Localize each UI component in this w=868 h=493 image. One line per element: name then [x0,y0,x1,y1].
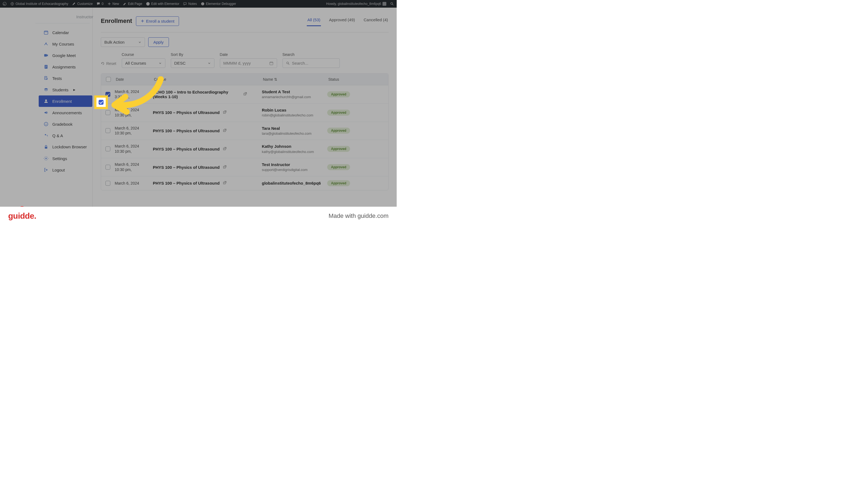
row-checkbox[interactable] [106,165,110,170]
svg-point-2 [146,2,150,6]
site-name[interactable]: Global Institute of Echocardiography [10,2,68,6]
search-icon[interactable] [390,2,394,6]
customize-link[interactable]: Customize [72,2,93,6]
sidebar-item-label: Google Meet [52,53,76,58]
apply-button[interactable]: Apply [148,37,169,47]
sidebar-item-label: Settings [52,156,67,161]
sidebar-item-announcements[interactable]: Announcements [39,107,92,119]
external-link-icon[interactable] [223,128,227,133]
cell-status: Approved [327,128,357,134]
sidebar-item-assignments[interactable]: Assignments [39,61,92,72]
sidebar-item-calendar[interactable]: Calendar [39,27,92,38]
svg-text:?: ? [47,135,48,137]
brand-logo: guidde. [8,211,36,220]
sidebar-item-students[interactable]: Students ▸ [39,84,92,95]
sidebar-item-logout[interactable]: Logout [39,164,92,176]
row-checkbox-highlighted[interactable] [99,100,104,105]
external-link-icon[interactable] [223,110,227,115]
external-link-icon[interactable] [223,165,227,170]
enroll-student-button[interactable]: Enroll a student [136,16,179,26]
edit-elementor-link[interactable]: Edit with Elementor [146,2,179,6]
sidebar-item-gradebook[interactable]: A Gradebook [39,119,92,130]
sidebar-item-label: Tests [52,76,62,81]
sidebar-item-label: Students [52,88,68,92]
tab-all[interactable]: All (53) [307,16,321,26]
cell-status: Approved [327,91,357,97]
date-input[interactable]: MMMM d, yyyy [220,58,277,68]
sidebar-item-label: Calendar [52,30,69,35]
svg-rect-6 [44,31,48,34]
new-link[interactable]: New [107,2,119,6]
page-title: Enrollment [101,18,132,24]
chevron-right-icon: ▸ [73,87,75,92]
sidebar-item-label: My Courses [52,42,74,46]
svg-rect-10 [45,66,47,67]
row-checkbox[interactable] [106,181,110,186]
sidebar-item-qa[interactable]: ? Q & A [39,130,92,141]
col-status: Status [327,77,357,82]
cell-name: Kathy Johnsonkathy@globalinstituteofecho… [262,144,327,154]
footer: guidde. Made with guidde.com [0,207,397,225]
sidebar-role: Instructor [36,12,90,23]
external-link-icon[interactable] [223,181,227,186]
search-input[interactable]: Search... [282,58,340,68]
comments-link[interactable]: 0 [96,2,104,6]
col-course: Course [153,77,262,82]
search-icon [286,61,290,65]
svg-rect-7 [44,54,47,57]
cell-course: PHYS 100 – Physics of Ultrasound [153,147,262,151]
external-link-icon[interactable] [223,147,227,151]
external-link-icon[interactable] [243,92,247,97]
cell-name: Test Instructorsupport@verdigrisdigital.… [262,162,327,172]
row-checkbox[interactable] [106,146,110,151]
sidebar-item-label: Lockdown Browser [52,145,87,149]
cell-status: Approved [327,180,357,186]
cell-course: PHYS 100 – Physics of Ultrasound [153,181,262,186]
made-with: Made with guidde.com [328,212,388,219]
wp-admin-bar: Global Institute of Echocardiography Cus… [0,0,397,8]
cell-status: Approved [327,164,357,170]
course-select[interactable]: All Courses [122,58,165,68]
cell-name: Robin Lucasrobin@globalinstituteofecho.c… [262,107,327,118]
notes-link[interactable]: Notes [183,2,197,6]
elementor-debugger-link[interactable]: iElementor Debugger [201,2,236,6]
sidebar-item-label: Enrollment [52,99,72,104]
sidebar-item-mycourses[interactable]: My Courses [39,38,92,50]
reset-button[interactable]: Reset [101,61,116,68]
svg-point-16 [45,134,46,135]
svg-rect-18 [45,147,47,149]
sort-icon: ⇅ [274,77,277,82]
filter-date-label: Date [220,52,277,57]
svg-text:A: A [45,123,47,125]
plus-icon [141,19,144,23]
howdy-user[interactable]: Howdy, globalinstituteofecho_8m6pq6 [326,2,386,6]
col-name[interactable]: Name⇅ [262,77,327,82]
sidebar-item-googlemeet[interactable]: Google Meet [39,50,92,61]
sidebar-item-enrollment[interactable]: Enrollment [39,95,92,107]
tab-cancelled[interactable]: Cancelled (4) [363,16,388,26]
sidebar-item-label: Announcements [52,110,82,115]
edit-page-link[interactable]: Edit Page [123,2,142,6]
avatar [383,2,386,6]
cell-course: PHYS 100 – Physics of Ultrasound [153,128,262,133]
sidebar-item-lockdown[interactable]: Lockdown Browser [39,141,92,153]
filter-search-label: Search [282,52,340,57]
bulk-action-select[interactable]: Bulk Action [101,37,145,47]
sidebar-item-settings[interactable]: Settings [39,153,92,164]
cell-date: March 6, 202410:30 pm, [115,144,153,154]
annotation-highlight [94,95,108,109]
chevron-down-icon [138,41,141,44]
svg-point-19 [46,158,47,159]
sidebar-item-label: Logout [52,168,65,172]
sidebar-item-label: Assignments [52,65,76,69]
cell-date: March 6, 202410:30 pm, [115,126,153,136]
row-checkbox[interactable] [106,128,110,133]
reset-icon [101,62,105,65]
tab-approved[interactable]: Approved (49) [328,16,356,26]
wp-logo[interactable] [3,2,6,6]
cell-course: ECHO 100 – Intro to Echocardiography (We… [153,90,262,99]
table-row: March 6, 2024PHYS 100 – Physics of Ultra… [101,176,388,190]
svg-point-13 [45,100,47,101]
sortby-select[interactable]: DESC [171,58,214,68]
sidebar-item-tests[interactable]: Tests [39,72,92,84]
